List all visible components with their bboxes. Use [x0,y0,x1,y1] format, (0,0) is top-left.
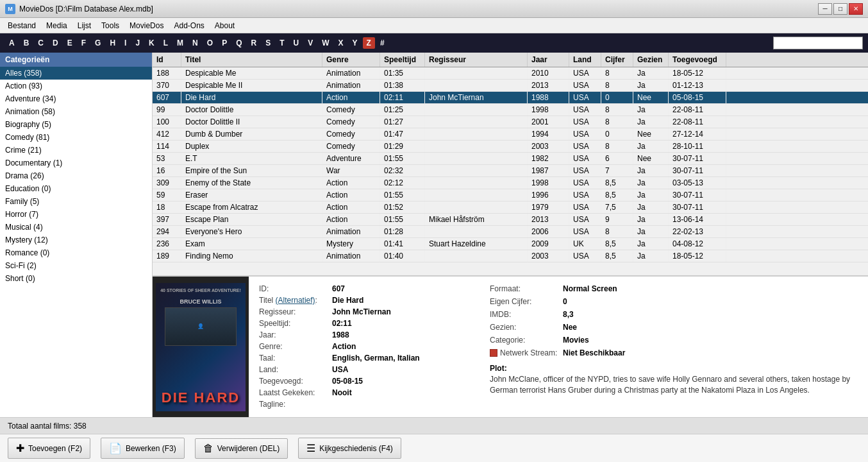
alpha-btn-l[interactable]: L [160,37,172,49]
alpha-btn-u[interactable]: U [290,37,303,49]
table-row[interactable]: 370Despicable Me IIAnimation01:382013USA… [153,80,868,92]
alpha-btn-y[interactable]: Y [349,37,362,49]
th-jaar[interactable]: Jaar [528,53,569,67]
alpha-btn-a[interactable]: A [5,37,19,49]
menu-addons[interactable]: Add-Ons [169,19,209,32]
alpha-btn-r[interactable]: R [247,37,260,49]
edit-icon: 📄 [109,442,122,454]
alpha-btn-h[interactable]: H [106,37,119,49]
th-gezien[interactable]: Gezien [633,53,669,67]
td-titel: Finding Nemo [181,250,322,262]
th-speeltijd[interactable]: Speeltijd [380,53,425,67]
sidebar-item-biography[interactable]: Biography (5) [0,118,152,131]
sidebar-item-short[interactable]: Short (0) [0,272,152,285]
alpha-btn-w[interactable]: W [318,37,333,49]
table-row[interactable]: 114DuplexComedy01:292003USA8Ja28-10-11 [153,141,868,153]
menu-about[interactable]: About [210,19,240,32]
sidebar-item-animation[interactable]: Animation (58) [0,105,152,118]
th-regisseur[interactable]: Regisseur [425,53,528,67]
sidebar-item-alles[interactable]: Alles (358) [0,67,152,80]
sidebar-item-family[interactable]: Family (5) [0,195,152,208]
sidebar-item-adventure[interactable]: Adventure (34) [0,92,152,105]
table-row[interactable]: 18Escape from AlcatrazAction01:521979USA… [153,201,868,214]
alpha-btn-z[interactable]: Z [363,37,375,49]
minimize-button[interactable]: ─ [818,3,832,15]
alpha-btn-i[interactable]: I [121,37,130,49]
sidebar-item-scifi[interactable]: Sci-Fi (2) [0,259,152,272]
sidebar-item-education[interactable]: Education (0) [0,182,152,195]
alpha-btn-j[interactable]: J [131,37,144,49]
sidebar-item-musical[interactable]: Musical (4) [0,221,152,234]
th-titel[interactable]: Titel [181,53,322,67]
table-row[interactable]: 236ExamMystery01:41Stuart Hazeldine2009U… [153,238,868,250]
alpha-btn-n[interactable]: N [188,37,202,49]
alpha-btn-m[interactable]: M [173,37,187,49]
menu-lijst[interactable]: Lijst [72,19,96,32]
table-row[interactable]: 607Die HardAction02:11John McTiernan1988… [153,92,868,104]
add-button[interactable]: ✚ Toevoegen (F2) [8,438,90,459]
table-row[interactable]: 294Everyone's HeroAnimation01:282006USA8… [153,226,868,238]
alpha-btn-f[interactable]: F [78,37,90,49]
detail-categorie-value: Movies [563,336,589,345]
th-toegevoegd[interactable]: Toegevoegd [669,53,726,67]
menu-tools[interactable]: Tools [96,19,124,32]
search-input[interactable] [773,37,863,49]
sidebar-item-crime[interactable]: Crime (21) [0,144,152,157]
maximize-button[interactable]: □ [833,3,847,15]
th-cijfer[interactable]: Cijfer [601,53,633,67]
alpha-btn-o[interactable]: O [203,37,217,49]
table-row[interactable]: 16Empire of the SunWar02:321987USA7Ja30-… [153,165,868,177]
delete-button[interactable]: 🗑 Verwijderen (DEL) [195,438,288,459]
alpha-btn-b[interactable]: B [20,37,33,49]
detail-titel-value: Die Hard [332,296,363,305]
alpha-btn-q[interactable]: Q [232,37,246,49]
table-row[interactable]: 99Doctor DolittleComedy01:251998USA8Ja22… [153,104,868,116]
table-row[interactable]: 397Escape PlanAction01:55Mikael Håfström… [153,214,868,226]
alpha-btn-g[interactable]: G [91,37,104,49]
edit-button[interactable]: 📄 Bewerken (F3) [101,438,185,459]
td-genre: Action [322,92,380,103]
sidebar-item-drama[interactable]: Drama (26) [0,169,152,182]
th-land[interactable]: Land [569,53,601,67]
sidebar-item-comedy[interactable]: Comedy (81) [0,131,152,144]
alpha-btn-p[interactable]: P [218,37,231,49]
td-titel: Escape from Alcatraz [181,201,322,213]
menu-moviedos[interactable]: MovieDos [124,19,169,32]
table-row[interactable]: 309Enemy of the StateAction02:121998USA8… [153,177,868,189]
td-land: USA [569,226,601,237]
table-row[interactable]: 53E.TAdventure01:551982USA6Nee30-07-11 [153,153,868,165]
th-id[interactable]: Id [153,53,181,67]
sidebar-item-horror[interactable]: Horror (7) [0,208,152,221]
menu-media[interactable]: Media [41,19,72,32]
table-row[interactable]: 59EraserAction01:551996USA8,5Ja30-07-11 [153,189,868,201]
detail-genre-value: Action [332,342,356,351]
delete-label: Verwijderen (DEL) [217,444,280,453]
table-row[interactable]: 189Finding NemoAnimation01:402003USA8,5J… [153,250,868,262]
td-cijfer: 8,5 [601,238,633,250]
history-button[interactable]: ☰ Kijkgeschiedenis (F4) [298,438,401,459]
sidebar-item-mystery[interactable]: Mystery (12) [0,234,152,246]
alpha-btn-e[interactable]: E [63,37,76,49]
td-regisseur [425,201,528,213]
alpha-btn-c[interactable]: C [34,37,47,49]
alpha-btn-v[interactable]: V [304,37,317,49]
alpha-btn-x[interactable]: X [335,37,347,49]
sidebar-item-romance[interactable]: Romance (0) [0,246,152,259]
table-row[interactable]: 188Despicable MeAnimation01:352010USA8Ja… [153,67,868,80]
sidebar-item-documentary[interactable]: Documentary (1) [0,157,152,169]
alpha-btn-d[interactable]: D [49,37,62,49]
alternatief-link[interactable]: (Alternatief) [276,296,315,305]
close-button[interactable]: ✕ [849,3,863,15]
alpha-btn-k[interactable]: K [145,37,158,49]
alpha-btn-s[interactable]: S [262,37,274,49]
alpha-btn-#[interactable]: # [376,37,388,49]
detail-row-laatst: Laatst Gekeken: Nooit [259,388,469,397]
td-jaar: 2013 [528,80,569,91]
alpha-btn-t[interactable]: T [276,37,288,49]
detail-row-tagline: Tagline: [259,400,469,409]
table-row[interactable]: 412Dumb & DumberComedy01:471994USA0Nee27… [153,128,868,141]
sidebar-item-action[interactable]: Action (93) [0,80,152,92]
table-row[interactable]: 100Doctor Dolittle IIComedy01:272001USA8… [153,116,868,128]
menu-bestand[interactable]: Bestand [3,19,41,32]
th-genre[interactable]: Genre [322,53,380,67]
